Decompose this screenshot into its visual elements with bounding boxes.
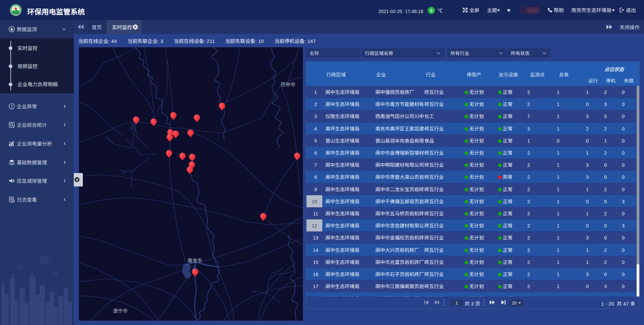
svg-text:南充市: 南充市	[187, 257, 202, 264]
svg-text:遂宁市: 遂宁市	[113, 307, 128, 314]
svg-text:巴中市: 巴中市	[281, 80, 296, 88]
